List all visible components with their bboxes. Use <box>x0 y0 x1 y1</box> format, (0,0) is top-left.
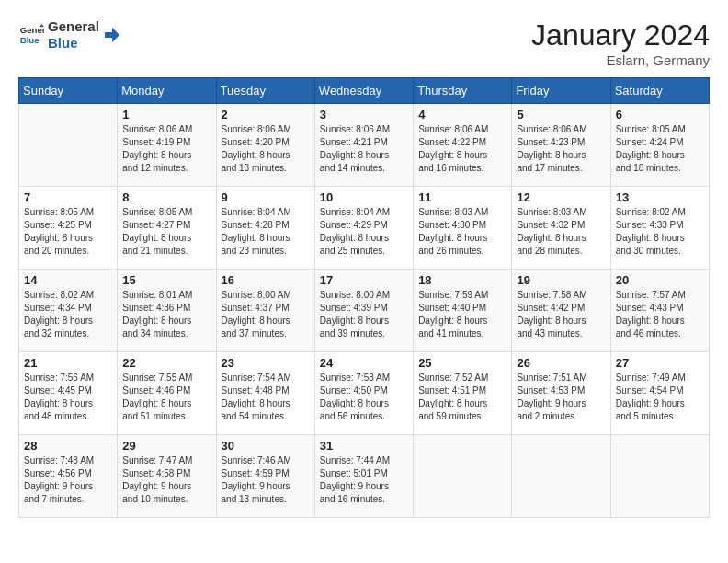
svg-text:Blue: Blue <box>20 35 40 45</box>
day-info: Sunrise: 7:55 AM Sunset: 4:46 PM Dayligh… <box>122 372 210 423</box>
day-info: Sunrise: 8:00 AM Sunset: 4:39 PM Dayligh… <box>320 289 408 340</box>
day-info: Sunrise: 8:04 AM Sunset: 4:29 PM Dayligh… <box>320 206 408 258</box>
day-number: 16 <box>222 273 310 287</box>
day-info: Sunrise: 7:44 AM Sunset: 5:01 PM Dayligh… <box>320 454 408 506</box>
day-info: Sunrise: 8:01 AM Sunset: 4:36 PM Dayligh… <box>122 289 210 340</box>
weekday-header-thursday: Thursday <box>414 78 512 104</box>
day-number: 20 <box>616 273 704 287</box>
calendar-cell: 16Sunrise: 8:00 AM Sunset: 4:37 PM Dayli… <box>216 270 314 352</box>
day-info: Sunrise: 7:58 AM Sunset: 4:42 PM Dayligh… <box>517 289 605 340</box>
day-info: Sunrise: 8:05 AM Sunset: 4:25 PM Dayligh… <box>24 206 112 258</box>
calendar-cell: 18Sunrise: 7:59 AM Sunset: 4:40 PM Dayli… <box>414 270 512 352</box>
calendar-cell: 17Sunrise: 8:00 AM Sunset: 4:39 PM Dayli… <box>314 270 413 352</box>
calendar-cell: 9Sunrise: 8:04 AM Sunset: 4:28 PM Daylig… <box>216 187 314 270</box>
day-info: Sunrise: 8:03 AM Sunset: 4:32 PM Dayligh… <box>517 206 605 258</box>
calendar-cell: 7Sunrise: 8:05 AM Sunset: 4:25 PM Daylig… <box>19 187 118 270</box>
calendar-cell: 2Sunrise: 8:06 AM Sunset: 4:20 PM Daylig… <box>216 104 314 187</box>
day-info: Sunrise: 7:56 AM Sunset: 4:45 PM Dayligh… <box>24 372 112 423</box>
calendar-cell: 20Sunrise: 7:57 AM Sunset: 4:43 PM Dayli… <box>610 270 709 352</box>
calendar-cell: 28Sunrise: 7:48 AM Sunset: 4:56 PM Dayli… <box>19 435 118 518</box>
day-info: Sunrise: 7:57 AM Sunset: 4:43 PM Dayligh… <box>616 289 704 340</box>
weekday-header-sunday: Sunday <box>19 78 118 104</box>
calendar-cell: 29Sunrise: 7:47 AM Sunset: 4:58 PM Dayli… <box>118 435 216 518</box>
day-info: Sunrise: 7:54 AM Sunset: 4:48 PM Dayligh… <box>222 372 310 423</box>
day-number: 2 <box>222 108 310 121</box>
day-info: Sunrise: 8:04 AM Sunset: 4:28 PM Dayligh… <box>222 206 310 258</box>
calendar-cell <box>512 435 610 518</box>
day-number: 17 <box>320 273 408 287</box>
page-header: General Blue General Blue January 2024 E… <box>18 18 710 68</box>
day-number: 15 <box>122 273 210 287</box>
day-number: 27 <box>616 356 704 370</box>
weekday-header-friday: Friday <box>512 78 610 104</box>
calendar-cell: 31Sunrise: 7:44 AM Sunset: 5:01 PM Dayli… <box>314 435 413 518</box>
day-info: Sunrise: 7:59 AM Sunset: 4:40 PM Dayligh… <box>418 289 506 340</box>
day-info: Sunrise: 7:48 AM Sunset: 4:56 PM Dayligh… <box>24 454 112 506</box>
day-number: 19 <box>517 273 605 287</box>
calendar-cell: 23Sunrise: 7:54 AM Sunset: 4:48 PM Dayli… <box>216 352 314 435</box>
day-number: 21 <box>24 356 112 370</box>
day-number: 23 <box>222 356 310 370</box>
calendar-cell: 27Sunrise: 7:49 AM Sunset: 4:54 PM Dayli… <box>610 352 709 435</box>
day-number: 13 <box>616 190 704 204</box>
day-info: Sunrise: 8:03 AM Sunset: 4:30 PM Dayligh… <box>418 206 506 258</box>
day-info: Sunrise: 8:06 AM Sunset: 4:21 PM Dayligh… <box>320 123 408 175</box>
calendar-cell: 26Sunrise: 7:51 AM Sunset: 4:53 PM Dayli… <box>512 352 610 435</box>
day-info: Sunrise: 8:02 AM Sunset: 4:33 PM Dayligh… <box>616 206 704 258</box>
day-info: Sunrise: 8:06 AM Sunset: 4:19 PM Dayligh… <box>122 123 210 175</box>
location: Eslarn, Germany <box>531 52 710 68</box>
day-number: 22 <box>122 356 210 370</box>
logo: General Blue General Blue <box>18 18 121 52</box>
day-number: 9 <box>222 190 310 204</box>
day-info: Sunrise: 7:52 AM Sunset: 4:51 PM Dayligh… <box>418 372 506 423</box>
day-number: 30 <box>222 439 310 453</box>
calendar-cell: 10Sunrise: 8:04 AM Sunset: 4:29 PM Dayli… <box>314 187 413 270</box>
day-number: 24 <box>320 356 408 370</box>
day-number: 6 <box>616 108 704 121</box>
weekday-header-saturday: Saturday <box>610 78 709 104</box>
day-info: Sunrise: 7:53 AM Sunset: 4:50 PM Dayligh… <box>320 372 408 423</box>
title-area: January 2024 Eslarn, Germany <box>531 18 710 68</box>
calendar-table: SundayMondayTuesdayWednesdayThursdayFrid… <box>18 77 710 518</box>
logo-line2: Blue <box>48 35 99 52</box>
logo-line1: General <box>48 18 99 35</box>
day-number: 18 <box>418 273 506 287</box>
day-info: Sunrise: 7:46 AM Sunset: 4:59 PM Dayligh… <box>222 454 310 506</box>
day-info: Sunrise: 8:05 AM Sunset: 4:24 PM Dayligh… <box>616 123 704 175</box>
day-number: 25 <box>418 356 506 370</box>
day-number: 31 <box>320 439 408 453</box>
calendar-cell: 3Sunrise: 8:06 AM Sunset: 4:21 PM Daylig… <box>314 104 413 187</box>
calendar-cell: 8Sunrise: 8:05 AM Sunset: 4:27 PM Daylig… <box>118 187 216 270</box>
day-number: 28 <box>24 439 112 453</box>
svg-marker-3 <box>105 28 119 42</box>
day-number: 3 <box>320 108 408 121</box>
day-number: 4 <box>418 108 506 121</box>
day-info: Sunrise: 8:05 AM Sunset: 4:27 PM Dayligh… <box>122 206 210 258</box>
day-number: 12 <box>517 190 605 204</box>
day-info: Sunrise: 8:06 AM Sunset: 4:22 PM Dayligh… <box>418 123 506 175</box>
calendar-cell: 5Sunrise: 8:06 AM Sunset: 4:23 PM Daylig… <box>512 104 610 187</box>
weekday-header-tuesday: Tuesday <box>216 78 314 104</box>
day-number: 11 <box>418 190 506 204</box>
logo-arrow-icon <box>103 26 121 44</box>
calendar-cell: 4Sunrise: 8:06 AM Sunset: 4:22 PM Daylig… <box>414 104 512 187</box>
day-number: 29 <box>122 439 210 453</box>
day-info: Sunrise: 8:02 AM Sunset: 4:34 PM Dayligh… <box>24 289 112 340</box>
calendar-cell: 22Sunrise: 7:55 AM Sunset: 4:46 PM Dayli… <box>118 352 216 435</box>
day-info: Sunrise: 7:49 AM Sunset: 4:54 PM Dayligh… <box>616 372 704 423</box>
month-title: January 2024 <box>531 18 710 52</box>
weekday-header-wednesday: Wednesday <box>314 78 413 104</box>
day-number: 26 <box>517 356 605 370</box>
calendar-cell: 6Sunrise: 8:05 AM Sunset: 4:24 PM Daylig… <box>610 104 709 187</box>
calendar-cell: 14Sunrise: 8:02 AM Sunset: 4:34 PM Dayli… <box>19 270 118 352</box>
calendar-cell: 1Sunrise: 8:06 AM Sunset: 4:19 PM Daylig… <box>118 104 216 187</box>
day-number: 1 <box>122 108 210 121</box>
day-info: Sunrise: 8:06 AM Sunset: 4:20 PM Dayligh… <box>222 123 310 175</box>
weekday-header-monday: Monday <box>118 78 216 104</box>
day-info: Sunrise: 8:06 AM Sunset: 4:23 PM Dayligh… <box>517 123 605 175</box>
calendar-cell <box>19 104 118 187</box>
calendar-cell <box>414 435 512 518</box>
day-number: 14 <box>24 273 112 287</box>
logo-icon: General Blue <box>18 22 44 48</box>
calendar-cell: 11Sunrise: 8:03 AM Sunset: 4:30 PM Dayli… <box>414 187 512 270</box>
